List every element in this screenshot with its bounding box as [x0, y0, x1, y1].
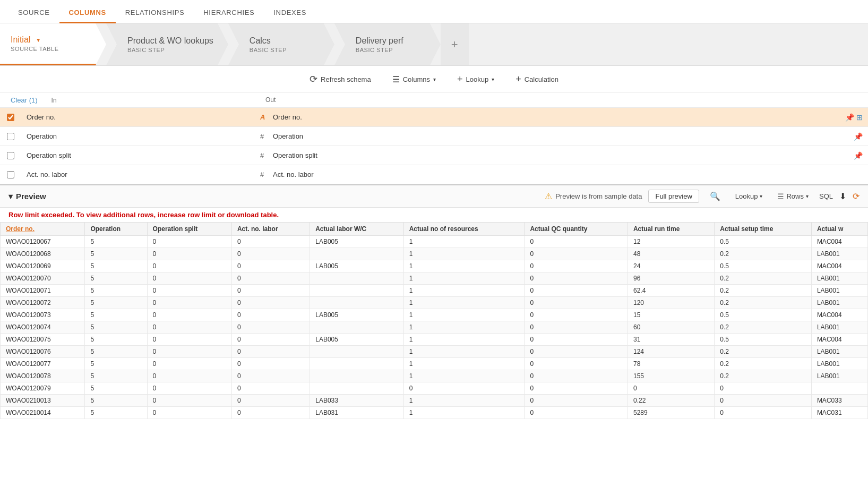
- pin-orange-icon-2[interactable]: 📌: [854, 151, 863, 160]
- download-icon[interactable]: ⬇: [839, 191, 846, 201]
- table-cell-0-2: 0: [147, 236, 231, 248]
- clear-filter-link[interactable]: Clear (1): [11, 96, 38, 104]
- table-cell-8-7: 31: [628, 334, 714, 346]
- table-cell-9-8: 0.2: [715, 346, 812, 358]
- pipeline-step-3[interactable]: Delivery perfBASIC STEP: [334, 23, 441, 65]
- table-cell-13-1: 5: [85, 395, 147, 407]
- pipeline-step-1[interactable]: Product & WO lookupsBASIC STEP: [106, 23, 228, 65]
- table-cell-2-4: LAB005: [310, 260, 403, 272]
- step-title-0: Initial: [11, 35, 30, 45]
- table-cell-14-3: 0: [231, 407, 310, 419]
- preview-search-button[interactable]: 🔍: [706, 190, 725, 203]
- pin-blue-icon-0[interactable]: 📌: [845, 113, 854, 122]
- calculation-button[interactable]: + Calculation: [511, 72, 563, 87]
- preview-lookup-button[interactable]: Lookup ▾: [731, 191, 767, 202]
- table-header-col-9[interactable]: Actual w: [811, 223, 867, 236]
- table-header-col-5[interactable]: Actual no of resources: [403, 223, 525, 236]
- mapping-row-actions-2: 📌: [836, 151, 868, 160]
- mapping-row-in-2: Operation split: [21, 151, 255, 159]
- table-cell-14-1: 5: [85, 407, 147, 419]
- preview-data-table-wrapper[interactable]: Order no.OperationOperation splitAct. no…: [0, 222, 868, 419]
- table-cell-6-4: LAB005: [310, 309, 403, 321]
- mapping-row-out-text-1: Operation: [273, 132, 303, 140]
- table-header-col-2[interactable]: Operation split: [147, 223, 231, 236]
- table-cell-3-8: 0.2: [715, 272, 812, 285]
- table-header-col-4[interactable]: Actual labor W/C: [310, 223, 403, 236]
- table-cell-1-2: 0: [147, 248, 231, 260]
- table-cell-10-0: WOAO0120077: [1, 358, 85, 370]
- table-cell-8-4: LAB005: [310, 334, 403, 346]
- table-cell-3-0: WOAO0120070: [1, 272, 85, 285]
- table-cell-5-3: 0: [231, 297, 310, 309]
- table-cell-6-7: 15: [628, 309, 714, 321]
- sql-button[interactable]: SQL: [819, 192, 833, 200]
- table-cell-7-2: 0: [147, 321, 231, 334]
- refresh-schema-button[interactable]: ⟳ Refresh schema: [305, 71, 375, 87]
- table-header-col-7[interactable]: Actual run time: [628, 223, 714, 236]
- tab-columns[interactable]: COLUMNS: [59, 3, 116, 23]
- rows-icon: ☰: [777, 192, 784, 201]
- table-cell-6-5: 1: [403, 309, 525, 321]
- mapping-row-checkbox-0[interactable]: [7, 114, 14, 121]
- pipeline-step-0[interactable]: Initial▼SOURCE TABLE: [0, 23, 106, 65]
- table-cell-3-2: 0: [147, 272, 231, 285]
- table-cell-14-0: WOAO0210014: [1, 407, 85, 419]
- table-cell-5-4: [310, 297, 403, 309]
- table-cell-2-8: 0.5: [715, 260, 812, 272]
- table-cell-10-5: 1: [403, 358, 525, 370]
- table-cell-12-0: WOAO0120079: [1, 382, 85, 395]
- tab-indexes[interactable]: INDEXES: [264, 3, 316, 23]
- full-preview-button[interactable]: Full preview: [648, 190, 699, 203]
- table-header-col-8[interactable]: Actual setup time: [715, 223, 812, 236]
- tab-relationships[interactable]: RELATIONSHIPS: [116, 3, 194, 23]
- table-cell-11-9: LAB001: [811, 370, 867, 382]
- table-cell-10-7: 78: [628, 358, 714, 370]
- table-cell-3-4: [310, 272, 403, 285]
- tab-hierarchies[interactable]: HIERARCHIES: [194, 3, 264, 23]
- table-cell-1-8: 0.2: [715, 248, 812, 260]
- table-cell-0-9: MAC004: [811, 236, 867, 248]
- preview-controls: ⚠ Preview is from sample data Full previ…: [545, 190, 860, 203]
- table-cell-4-7: 62.4: [628, 285, 714, 297]
- table-cell-14-2: 0: [147, 407, 231, 419]
- grid-icon-0[interactable]: ⊞: [856, 113, 863, 122]
- refresh-preview-icon[interactable]: ⟳: [853, 191, 860, 201]
- table-header-col-6[interactable]: Actual QC quantity: [525, 223, 628, 236]
- mapping-row-out-0: AOrder no.: [255, 113, 836, 121]
- lookup-button[interactable]: + Lookup ▾: [453, 72, 499, 87]
- column-toolbar: ⟳ Refresh schema ☰ Columns ▾ + Lookup ▾ …: [0, 66, 868, 93]
- mapping-row-checkbox-3[interactable]: [7, 171, 14, 178]
- table-cell-11-3: 0: [231, 370, 310, 382]
- table-header-col-1[interactable]: Operation: [85, 223, 147, 236]
- table-header-col-3[interactable]: Act. no. labor: [231, 223, 310, 236]
- columns-button[interactable]: ☰ Columns ▾: [388, 72, 440, 87]
- mapping-row-checkbox-2[interactable]: [7, 152, 14, 159]
- preview-rows-button[interactable]: ☰ Rows ▾: [773, 191, 813, 202]
- pipeline-step-2[interactable]: CalcsBASIC STEP: [228, 23, 334, 65]
- table-cell-7-0: WOAO0120074: [1, 321, 85, 334]
- table-cell-10-6: 0: [525, 358, 628, 370]
- preview-chevron[interactable]: ▾: [8, 192, 13, 201]
- tab-source[interactable]: SOURCE: [8, 3, 59, 23]
- table-cell-10-8: 0.2: [715, 358, 812, 370]
- table-cell-13-7: 0.22: [628, 395, 714, 407]
- mapping-row-in-1: Operation: [21, 132, 255, 140]
- table-row: WOAO0120069500LAB00510240.5MAC004: [1, 260, 868, 272]
- in-column-header: In: [51, 97, 57, 104]
- table-cell-5-5: 1: [403, 297, 525, 309]
- pin-orange-icon-1[interactable]: 📌: [854, 132, 863, 141]
- table-cell-3-1: 5: [85, 272, 147, 285]
- mapping-row-1: Operation#Operation📌: [0, 126, 868, 146]
- lookup-dropdown-icon: ▾: [492, 76, 494, 82]
- table-cell-4-0: WOAO0120071: [1, 285, 85, 297]
- table-cell-12-2: 0: [147, 382, 231, 395]
- pipeline-add-button[interactable]: +: [441, 23, 469, 65]
- sample-msg-text: Preview is from sample data: [555, 192, 642, 200]
- table-header-col-0[interactable]: Order no.: [1, 223, 85, 236]
- mapping-row-checkbox-1[interactable]: [7, 133, 14, 140]
- table-cell-14-9: MAC031: [811, 407, 867, 419]
- table-cell-8-2: 0: [147, 334, 231, 346]
- table-cell-7-8: 0.2: [715, 321, 812, 334]
- table-cell-13-9: MAC033: [811, 395, 867, 407]
- table-cell-1-6: 0: [525, 248, 628, 260]
